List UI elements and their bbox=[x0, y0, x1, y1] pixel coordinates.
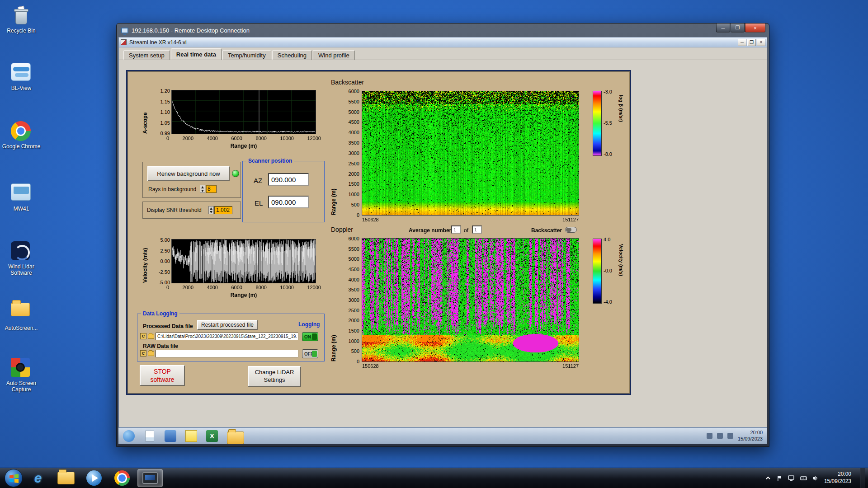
snr-value-field[interactable]: 1.002 bbox=[214, 206, 232, 214]
backscatter-title: Backscatter bbox=[331, 79, 364, 86]
desktop-icon-mw41[interactable]: MW41 bbox=[1, 182, 42, 212]
remote-excel-icon[interactable]: X bbox=[206, 430, 218, 442]
remote-tray-icon[interactable] bbox=[717, 433, 723, 439]
remote-tray-icon[interactable] bbox=[707, 433, 712, 439]
taskbar-remote-desktop-active[interactable] bbox=[137, 469, 163, 487]
path-type-icon[interactable]: C bbox=[140, 333, 146, 339]
browse-folder-icon[interactable] bbox=[148, 334, 154, 339]
doppler-y-axis-label: Range (m) bbox=[330, 239, 337, 361]
remote-notes-icon[interactable] bbox=[185, 430, 197, 442]
doppler-title: Doppler bbox=[331, 226, 353, 233]
axis-tick-label: 5.00 bbox=[160, 237, 170, 243]
path-type-icon[interactable]: C bbox=[140, 350, 146, 357]
axis-tick-label: 8000 bbox=[255, 285, 266, 290]
desktop-icon-label: BL-View bbox=[1, 85, 42, 92]
axis-tick-label: 1500 bbox=[349, 328, 359, 333]
tab-temp-humidity[interactable]: Temp/humidity bbox=[222, 50, 271, 60]
rdp-minimize-button[interactable]: ─ bbox=[716, 23, 730, 33]
velocity-plot: Velocity (m/s) 5.002.500.00-2.50-5.00 02… bbox=[140, 235, 325, 307]
axis-tick-label: 6000 bbox=[231, 285, 242, 290]
tray-chevron-icon[interactable] bbox=[765, 475, 771, 481]
az-input[interactable] bbox=[268, 173, 309, 186]
bl-view-icon bbox=[11, 63, 32, 84]
axis-tick-label: 1000 bbox=[349, 338, 359, 344]
desktop-icon-google-chrome[interactable]: Google Chrome bbox=[1, 121, 42, 150]
remote-clock[interactable]: 20:00 15/09/2023 bbox=[738, 430, 763, 442]
desktop-icon-auto-screen-capture[interactable]: Auto Screen Capture bbox=[1, 357, 42, 393]
axis-tick-label: 6000 bbox=[349, 89, 359, 94]
remote-app-icon[interactable] bbox=[165, 430, 176, 442]
axis-tick-label: 150628 bbox=[362, 363, 379, 369]
rays-value-field[interactable]: 8 bbox=[206, 185, 217, 193]
colorbar-tick-label: -5.5 bbox=[604, 120, 612, 126]
change-button-line2: Settings bbox=[264, 376, 285, 384]
rays-in-background-label: Rays in background bbox=[148, 186, 196, 192]
tray-network-icon[interactable] bbox=[788, 475, 795, 482]
rdp-titlebar[interactable]: 192.168.0.150 - Remote Desktop Connectio… bbox=[118, 23, 767, 37]
doppler-x-ticks: 150628151127 bbox=[362, 363, 579, 369]
folder-icon bbox=[57, 472, 75, 484]
streamline-titlebar[interactable]: StreamLine XR v14-6.vi ─ ❐ × bbox=[119, 38, 767, 47]
chrome-icon bbox=[11, 121, 32, 142]
el-input[interactable] bbox=[268, 196, 309, 208]
processed-path-input[interactable] bbox=[156, 333, 298, 340]
system-tray: 20:00 15/09/2023 bbox=[765, 468, 868, 488]
tray-volume-icon[interactable] bbox=[812, 475, 819, 482]
desktop-icon-recycle-bin[interactable]: Recycle Bin bbox=[1, 5, 42, 34]
tab-wind-profile[interactable]: Wind profile bbox=[313, 50, 355, 60]
ascope-y-axis-label: A-scope bbox=[142, 90, 148, 134]
change-lidar-settings-button[interactable]: Change LiDAR Settings bbox=[248, 366, 301, 387]
axis-tick-label: 0 bbox=[166, 285, 169, 290]
raw-logging-toggle[interactable]: OFF bbox=[302, 349, 318, 358]
axis-tick-label: 150628 bbox=[362, 217, 379, 222]
axis-tick-label: 12000 bbox=[307, 285, 321, 290]
axis-tick-label: 2000 bbox=[349, 171, 359, 177]
autoscreen-folder-icon bbox=[11, 303, 32, 324]
remote-folder-icon[interactable] bbox=[227, 432, 244, 444]
browse-folder-icon[interactable] bbox=[148, 351, 154, 356]
data-logging-title: Data Logging bbox=[141, 310, 179, 317]
streamline-close-button[interactable]: × bbox=[757, 39, 765, 46]
desktop-icon-autoscreen[interactable]: AutoScreen... bbox=[1, 299, 42, 332]
rdp-close-button[interactable]: × bbox=[745, 23, 765, 33]
axis-tick-label: 500 bbox=[351, 202, 359, 207]
restart-processed-file-button[interactable]: Restart processed file bbox=[197, 320, 258, 330]
average-count-input[interactable] bbox=[472, 225, 482, 234]
show-desktop-button[interactable] bbox=[860, 468, 865, 488]
desktop-icon-bl-view[interactable]: BL-View bbox=[1, 61, 42, 92]
tray-flag-icon[interactable] bbox=[776, 475, 783, 482]
remote-tray-icon[interactable] bbox=[727, 433, 733, 439]
rdp-client-area: StreamLine XR v14-6.vi ─ ❐ × System setu… bbox=[118, 37, 767, 444]
taskbar-clock[interactable]: 20:00 15/09/2023 bbox=[824, 471, 855, 485]
taskbar-internet-explorer[interactable]: e bbox=[25, 469, 51, 487]
streamline-restore-button[interactable]: ❐ bbox=[747, 39, 756, 46]
taskbar-media-player[interactable] bbox=[81, 469, 107, 487]
axis-tick-label: 2000 bbox=[183, 136, 193, 141]
start-button[interactable] bbox=[5, 469, 23, 487]
remote-document-icon[interactable] bbox=[145, 431, 154, 441]
axis-tick-label: 1000 bbox=[349, 192, 359, 197]
desktop-icon-wind-lidar-software[interactable]: Wind Lidar Software bbox=[1, 240, 42, 277]
tab-scheduling[interactable]: Scheduling bbox=[272, 50, 312, 60]
axis-tick-label: 5500 bbox=[349, 99, 359, 104]
taskbar-chrome[interactable] bbox=[109, 469, 135, 487]
rays-spinner[interactable] bbox=[200, 185, 205, 193]
stop-software-button[interactable]: STOP software bbox=[140, 365, 185, 386]
average-number-input[interactable] bbox=[451, 225, 461, 234]
tab-system-setup[interactable]: System setup bbox=[123, 50, 170, 60]
backscatter-display-toggle[interactable] bbox=[565, 227, 577, 233]
renew-background-button[interactable]: Renew background now bbox=[147, 166, 230, 181]
tray-keyboard-icon[interactable] bbox=[800, 475, 807, 482]
snr-threshold-label: Display SNR threshold bbox=[147, 207, 202, 213]
taskbar-file-explorer[interactable] bbox=[53, 469, 79, 487]
remote-browser-icon[interactable] bbox=[123, 430, 135, 442]
processed-logging-toggle[interactable]: ON bbox=[302, 332, 318, 341]
media-player-icon bbox=[86, 470, 102, 486]
streamline-minimize-button[interactable]: ─ bbox=[738, 39, 746, 46]
axis-tick-label: 4500 bbox=[349, 119, 359, 125]
snr-spinner[interactable] bbox=[208, 206, 214, 214]
axis-tick-label: 2000 bbox=[183, 285, 193, 290]
rdp-maximize-button[interactable]: ❐ bbox=[731, 23, 745, 33]
raw-path-input[interactable] bbox=[156, 350, 298, 357]
tab-real-time-data[interactable]: Real time data bbox=[171, 48, 222, 60]
